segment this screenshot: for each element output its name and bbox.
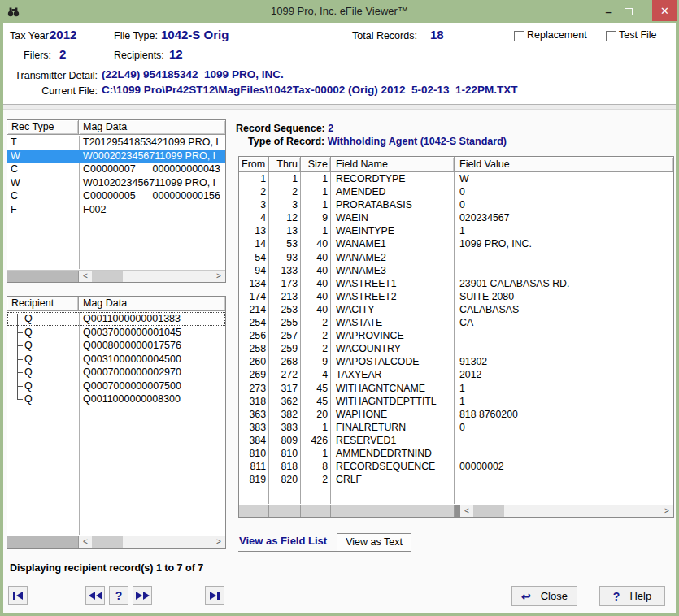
- rec-type-list-body: TT20129541853421099 PRO, IWW000202345671…: [7, 136, 225, 269]
- file-type-label: File Type:: [114, 30, 158, 41]
- file-type-value: 1042-S Orig: [161, 28, 229, 41]
- last-record-icon: [210, 592, 216, 600]
- scrollbar-cap: [455, 505, 460, 517]
- table-row[interactable]: 221AMENDED0: [239, 185, 673, 198]
- filers-label: Filers:: [24, 50, 51, 61]
- list-item[interactable]: QQ0007000000007500: [7, 380, 225, 393]
- field-table-hscrollbar[interactable]: < >: [239, 505, 673, 517]
- table-row[interactable]: 4129WAEIN020234567: [239, 211, 673, 224]
- table-empty-area: [239, 486, 673, 504]
- scroll-right-icon[interactable]: >: [212, 536, 225, 548]
- list-item[interactable]: CC00000005 000000000156: [7, 189, 225, 203]
- table-row[interactable]: 9413340WANAME3: [239, 264, 673, 277]
- thru-column-header: Thru: [269, 157, 301, 171]
- rec-type-column-header: Rec Type: [7, 120, 79, 134]
- tax-year-value: 2012: [50, 28, 76, 41]
- scroll-right-icon[interactable]: >: [212, 271, 225, 282]
- list-item[interactable]: QQ0007000000002970: [7, 366, 225, 380]
- last-record-button[interactable]: [205, 586, 224, 605]
- table-row[interactable]: 17421340WASTREET2SUITE 2080: [239, 290, 673, 303]
- first-record-button[interactable]: [8, 586, 28, 605]
- table-row[interactable]: 13131WAEINTYPE1: [239, 224, 673, 237]
- record-help-button[interactable]: ?: [109, 586, 128, 605]
- field-table-header: From Thru Size Field Name Field Value: [239, 157, 673, 172]
- recipient-list-header: Recipient Mag Data: [7, 297, 225, 311]
- table-row[interactable]: 111RECORDTYPEW: [239, 172, 673, 185]
- record-sequence-value: 2: [328, 123, 333, 134]
- size-column-header: Size: [301, 157, 331, 171]
- list-item[interactable]: TT20129541853421099 PRO, I: [7, 136, 225, 150]
- previous-record-button[interactable]: [85, 586, 105, 605]
- minimize-icon: –: [605, 6, 611, 18]
- scrollbar-track[interactable]: [123, 271, 212, 282]
- tab-view-as-text[interactable]: View as Text: [337, 533, 411, 552]
- table-row[interactable]: 2542552WASTATECA: [239, 316, 673, 329]
- close-button[interactable]: ↩Close: [511, 586, 577, 606]
- file-summary-header: Tax Year: 2012 File Type: 1042-S Orig To…: [3, 23, 676, 104]
- list-item[interactable]: QQ0011000000001383: [7, 312, 225, 326]
- table-row[interactable]: 331PRORATABASIS0: [239, 198, 673, 211]
- scrollbar-thumb[interactable]: [92, 536, 123, 548]
- list-item[interactable]: QQ0008000000017576: [7, 339, 225, 353]
- rec-type-list: Rec Type Mag Data TT20129541853421099 PR…: [7, 119, 226, 283]
- scroll-left-icon[interactable]: <: [79, 271, 92, 282]
- recipient-hscrollbar[interactable]: < >: [7, 536, 225, 548]
- rec-type-hscrollbar[interactable]: < >: [7, 270, 225, 282]
- type-of-record-label: Type of Record:: [248, 136, 328, 147]
- record-sequence-line: Record Sequence: 2: [236, 123, 333, 134]
- table-row[interactable]: 3833831FINALRETURN0: [239, 421, 673, 434]
- status-text: Displaying recipient record(s) 1 to 7 of…: [10, 562, 203, 574]
- scroll-left-icon[interactable]: <: [460, 505, 473, 517]
- list-item[interactable]: QQ0011000000008300: [7, 393, 225, 406]
- list-item[interactable]: CC00000007 000000000043: [7, 163, 225, 176]
- table-row[interactable]: 8108101AMMENDEDRTNIND: [239, 447, 673, 460]
- table-row[interactable]: 8198202CRLF: [239, 473, 673, 486]
- return-arrow-icon: ↩: [521, 590, 531, 603]
- test-file-checkbox[interactable]: [606, 31, 616, 41]
- title-bar[interactable]: 1099 Pro, Inc. eFile Viewer™ – ✕: [0, 0, 679, 23]
- minimize-button[interactable]: –: [599, 3, 617, 20]
- next-record-button[interactable]: [133, 586, 152, 605]
- table-row[interactable]: 21425340WACITYCALABASAS: [239, 303, 673, 316]
- table-row[interactable]: 549340WANAME2: [239, 251, 673, 264]
- table-row[interactable]: 145340WANAME11099 PRO, INC.: [239, 237, 673, 250]
- close-icon: ✕: [660, 5, 669, 17]
- scrollbar-thumb[interactable]: [473, 505, 504, 517]
- close-window-button[interactable]: ✕: [652, 0, 677, 21]
- table-row[interactable]: 2692724TAXYEAR2012: [239, 368, 673, 381]
- scroll-left-icon[interactable]: <: [79, 536, 92, 548]
- replacement-checkbox[interactable]: [514, 31, 524, 41]
- table-row[interactable]: 8118188RECORDSEQUENCE00000002: [239, 460, 673, 473]
- tree-branch-icon: [11, 393, 24, 406]
- maximize-button[interactable]: [620, 3, 638, 20]
- list-item[interactable]: QQ0031000000004500: [7, 353, 225, 367]
- help-button[interactable]: ?Help: [599, 586, 665, 606]
- recipients-value: 12: [169, 47, 183, 61]
- scrollbar-track[interactable]: [504, 505, 660, 517]
- table-row[interactable]: 2602689WAPOSTALCODE91302: [239, 355, 673, 368]
- tree-branch-icon: [11, 366, 24, 380]
- table-row[interactable]: 31836245WITHAGNTDEPTTITL1: [239, 395, 673, 408]
- list-item[interactable]: FF002: [7, 203, 225, 217]
- tree-branch-icon: [11, 353, 24, 367]
- list-item[interactable]: WW0002023456711099 PRO, I: [7, 150, 225, 163]
- table-row[interactable]: 2562572WAPROVINCE: [239, 329, 673, 342]
- scrollbar-thumb[interactable]: [92, 271, 123, 282]
- question-icon: ?: [115, 589, 123, 602]
- table-row[interactable]: 36338220WAPHONE818 8760200: [239, 408, 673, 421]
- tab-view-as-field-list[interactable]: View as Field List: [238, 531, 337, 552]
- table-row[interactable]: 13417340WASTREET123901 CALABASAS RD.: [239, 277, 673, 290]
- scrollbar-track[interactable]: [123, 536, 212, 548]
- scroll-right-icon[interactable]: >: [660, 505, 673, 517]
- list-item[interactable]: WW0102023456711099 PRO, I: [7, 176, 225, 190]
- transmitter-detail-label: Transmitter Detail:: [10, 70, 98, 81]
- type-of-record-value: Withholding Agent (1042-S Standard): [328, 136, 507, 147]
- list-item[interactable]: QQ0037000000001045: [7, 326, 225, 340]
- tax-year-label: Tax Year:: [10, 30, 51, 41]
- record-sequence-label: Record Sequence:: [236, 123, 328, 134]
- table-row[interactable]: 2582592WACOUNTRY: [239, 342, 673, 355]
- table-row[interactable]: 384809426RESERVED1: [239, 434, 673, 447]
- table-row[interactable]: 27331745WITHAGNTCNAME1: [239, 382, 673, 395]
- question-icon: ?: [613, 590, 620, 603]
- replacement-label: Replacement: [527, 29, 587, 41]
